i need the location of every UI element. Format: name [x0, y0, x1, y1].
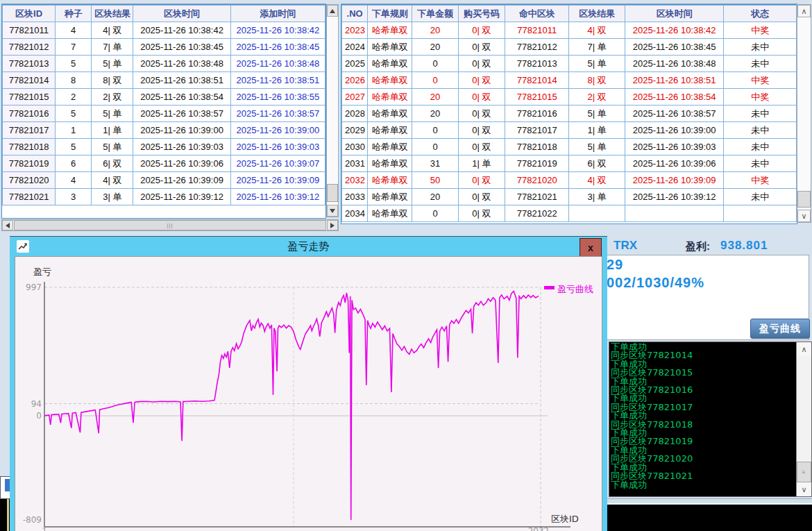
- blocks-table-vscrollbar[interactable]: [326, 4, 339, 217]
- scroll-down-button[interactable]: ∨: [797, 482, 811, 496]
- cell-block-time: 2025-11-26 10:39:06: [625, 155, 724, 172]
- scroll-up-button[interactable]: [327, 5, 338, 17]
- cell-block-time: 2025-11-26 10:38:48: [133, 56, 230, 72]
- cell-result: 8| 双: [92, 72, 133, 89]
- bet-row[interactable]: 2034哈希单双00| 双77821022: [342, 205, 797, 222]
- app-window: 区块ID种子区块结果区块时间添加时间 7782101144| 双2025-11-…: [0, 0, 812, 531]
- cell-block-time: 2025-11-26 10:39:06: [133, 155, 230, 172]
- cell-block-id: 77821011: [3, 22, 56, 39]
- block-row[interactable]: 7782101966| 双2025-11-26 10:39:062025-11-…: [3, 155, 325, 172]
- log-terminal[interactable]: 下单成功同步区块77821014下单成功同步区块77821015下单成功同步区块…: [609, 342, 812, 497]
- cell-block-time: 2025-11-26 10:39:03: [625, 139, 724, 155]
- background-console-fragment: [0, 499, 10, 531]
- cell-status: 未中: [724, 189, 797, 205]
- block-row[interactable]: 7782101522| 双2025-11-26 10:38:542025-11-…: [3, 89, 325, 106]
- cell-block-id: 77821015: [3, 89, 56, 106]
- cell-hit-block: 77821014: [505, 72, 569, 89]
- block-row[interactable]: 7782101277| 单2025-11-26 10:38:452025-11-…: [3, 39, 325, 56]
- scroll-thumb[interactable]: [797, 191, 811, 208]
- bets-table-vscrollbar[interactable]: ∧ ∨: [797, 4, 811, 223]
- cell-rule: 哈希单双: [368, 39, 412, 56]
- cell-result: 5| 单: [92, 106, 133, 122]
- cell-amount: 0: [412, 205, 458, 222]
- cell-amount: 0: [412, 56, 458, 72]
- column-header[interactable]: 区块ID: [3, 6, 56, 22]
- block-row[interactable]: 7782101488| 双2025-11-26 10:38:512025-11-…: [3, 72, 325, 89]
- column-header[interactable]: 命中区块: [505, 6, 569, 22]
- column-header[interactable]: 购买号码: [458, 6, 505, 22]
- bet-row[interactable]: 2031哈希单双311| 单778210196| 双2025-11-26 10:…: [342, 155, 797, 172]
- cell-result: 6| 双: [569, 155, 625, 172]
- block-row[interactable]: 7782101144| 双2025-11-26 10:38:422025-11-…: [3, 22, 325, 39]
- window-title: 盈亏走势: [10, 240, 607, 253]
- scroll-thumb[interactable]: ≡: [797, 462, 811, 482]
- cell-result: 1| 单: [569, 122, 625, 139]
- cell-add-time: 2025-11-26 10:38:45: [230, 39, 325, 56]
- bet-row[interactable]: 2023哈希单双200| 双778210114| 双2025-11-26 10:…: [342, 22, 797, 39]
- cell-hit-block: 77821015: [505, 89, 569, 106]
- bet-row[interactable]: 2033哈希单双200| 双778210213| 单2025-11-26 10:…: [342, 189, 797, 205]
- bet-row[interactable]: 2032哈希单双500| 双778210204| 双2025-11-26 10:…: [342, 172, 797, 189]
- bet-row[interactable]: 2026哈希单双00| 双778210148| 双2025-11-26 10:3…: [342, 72, 797, 89]
- cell-amount: 31: [412, 155, 458, 172]
- cell-hit-block: 77821017: [505, 122, 569, 139]
- column-header[interactable]: .NO: [342, 6, 368, 22]
- cell-add-time: 2025-11-26 10:38:42: [230, 22, 325, 39]
- bet-row[interactable]: 2025哈希单双00| 双778210135| 单2025-11-26 10:3…: [342, 56, 797, 72]
- column-header[interactable]: 区块结果: [569, 6, 625, 22]
- column-header[interactable]: 下单金额: [412, 6, 458, 22]
- scroll-left-button[interactable]: [2, 220, 13, 230]
- cell-result: 2| 双: [569, 89, 625, 106]
- cell-hit-block: 77821016: [505, 106, 569, 122]
- column-header[interactable]: 种子: [56, 6, 92, 22]
- cell-block-id: 77821017: [3, 122, 56, 139]
- bet-row[interactable]: 2024哈希单双200| 双778210127| 单2025-11-26 10:…: [342, 39, 797, 56]
- cell-number: 0| 双: [458, 89, 505, 106]
- column-header[interactable]: 添加时间: [230, 6, 325, 22]
- profit-curve-button[interactable]: 盈亏曲线: [750, 319, 810, 339]
- column-header[interactable]: 区块结果: [92, 6, 133, 22]
- cell-add-time: 2025-11-26 10:39:12: [230, 189, 325, 205]
- cell-amount: 20: [412, 39, 458, 56]
- column-header[interactable]: 下单规则: [368, 6, 412, 22]
- scroll-down-button[interactable]: [327, 205, 338, 217]
- cell-add-time: 2025-11-26 10:38:51: [230, 72, 325, 89]
- scroll-right-button[interactable]: [327, 220, 338, 230]
- cell-rule: 哈希单双: [368, 89, 412, 106]
- cell-block-time: 2025-11-26 10:38:57: [625, 106, 724, 122]
- blocks-table-hscrollbar[interactable]: |||: [1, 219, 339, 231]
- bet-row[interactable]: 2030哈希单双00| 双778210185| 单2025-11-26 10:3…: [342, 139, 797, 155]
- bet-row[interactable]: 2028哈希单双200| 双778210165| 单2025-11-26 10:…: [342, 106, 797, 122]
- close-button[interactable]: x: [580, 238, 602, 257]
- currency-label: TRX: [614, 239, 637, 253]
- bet-row[interactable]: 2027哈希单双200| 双778210152| 双2025-11-26 10:…: [342, 89, 797, 106]
- block-row[interactable]: 7782102133| 单2025-11-26 10:39:122025-11-…: [3, 189, 325, 205]
- cell-block-time: 2025-11-26 10:38:48: [625, 56, 724, 72]
- cell-hit-block: 77821020: [505, 172, 569, 189]
- scroll-thumb[interactable]: |||: [14, 220, 326, 230]
- cell-block-id: 77821013: [3, 56, 56, 72]
- scroll-thumb[interactable]: [327, 184, 338, 202]
- scroll-up-button[interactable]: ∧: [797, 5, 811, 17]
- block-row[interactable]: 7782101655| 单2025-11-26 10:38:572025-11-…: [3, 106, 325, 122]
- triangle-left-icon: [6, 223, 10, 228]
- scroll-down-button[interactable]: ∨: [797, 210, 811, 222]
- chevron-up-icon: ∧: [801, 346, 806, 353]
- block-row[interactable]: 7782101355| 单2025-11-26 10:38:482025-11-…: [3, 56, 325, 72]
- cell-status: 未中: [724, 106, 797, 122]
- block-row[interactable]: 7782101711| 单2025-11-26 10:39:002025-11-…: [3, 122, 325, 139]
- block-row[interactable]: 7782101855| 单2025-11-26 10:39:032025-11-…: [3, 139, 325, 155]
- cell-seed: 5: [56, 139, 92, 155]
- column-header[interactable]: 状态: [724, 6, 797, 22]
- column-header[interactable]: 区块时间: [625, 6, 724, 22]
- cell-status: 未中: [724, 39, 797, 56]
- window-title-bar[interactable]: 盈亏走势 x: [10, 237, 607, 256]
- cell-number: 0| 双: [458, 106, 505, 122]
- block-row[interactable]: 7782102044| 双2025-11-26 10:39:092025-11-…: [3, 172, 325, 189]
- bet-row[interactable]: 2029哈希单双00| 双778210171| 单2025-11-26 10:3…: [342, 122, 797, 139]
- cell-amount: 0: [412, 139, 458, 155]
- terminal-scrollbar[interactable]: ∧ ≡ ∨: [796, 342, 811, 496]
- cell-status: 未中: [724, 56, 797, 72]
- scroll-up-button[interactable]: ∧: [797, 342, 811, 356]
- column-header[interactable]: 区块时间: [133, 6, 230, 22]
